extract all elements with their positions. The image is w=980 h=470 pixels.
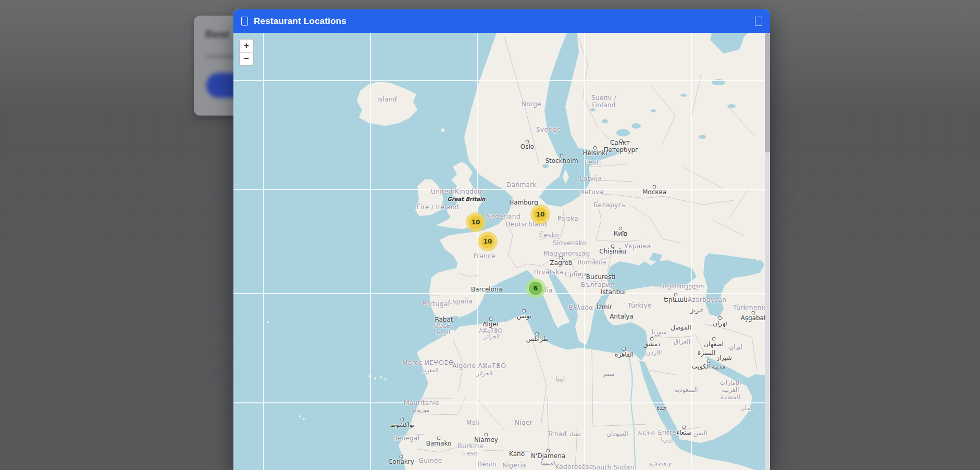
marker-cluster[interactable]: 10 <box>478 232 498 251</box>
leaflet-map[interactable]: + − ÍslandNorgeSuomi / FinlandSverigeEes… <box>233 33 765 470</box>
cluster-count: 10 <box>469 215 482 229</box>
zoom-out-button[interactable]: − <box>240 52 253 65</box>
zoom-control: + − <box>239 39 254 66</box>
cluster-count: 10 <box>481 235 494 248</box>
modal-scrollbar[interactable] <box>765 33 770 470</box>
zoom-in-button[interactable]: + <box>240 40 253 52</box>
expand-icon[interactable] <box>755 17 762 26</box>
marker-cluster[interactable]: 10 <box>530 205 550 224</box>
background-card-title: Rest <box>205 28 229 41</box>
modal-title: Restaurant Locations <box>254 16 346 27</box>
cluster-count: 10 <box>534 208 547 221</box>
scrollbar-thumb[interactable] <box>765 33 770 153</box>
cluster-count: 6 <box>529 282 542 295</box>
restaurant-locations-modal: Restaurant Locations <box>233 9 770 470</box>
marker-cluster[interactable]: 6 <box>526 278 545 298</box>
modal-body: + − ÍslandNorgeSuomi / FinlandSverigeEes… <box>233 33 770 470</box>
modal-header: Restaurant Locations <box>233 9 770 33</box>
map-icon <box>241 17 248 26</box>
marker-cluster[interactable]: 10 <box>466 212 486 232</box>
map-coastline-svg <box>233 33 765 470</box>
